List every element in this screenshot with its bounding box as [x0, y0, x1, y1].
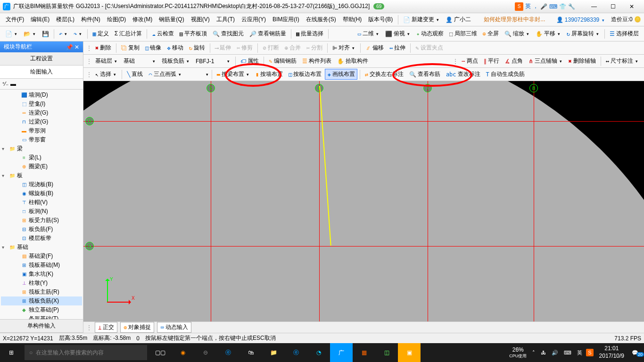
help-link[interactable]: 如何处理异形柱中非封... [484, 16, 545, 24]
user-button[interactable]: 👤 13907298339 ▾ [556, 16, 605, 23]
owner-button[interactable]: 👤广小二 [443, 14, 473, 25]
top-view-button[interactable]: ⬛俯视▾ [383, 28, 413, 39]
delete-axis-button[interactable]: ✖删除辅轴 [566, 56, 598, 66]
merge-button[interactable]: ⊕合并 [282, 42, 303, 53]
fullscreen-button[interactable]: ⊕全屏 [480, 28, 501, 39]
menu-edit[interactable]: 编辑(E) [28, 14, 52, 25]
menu-component[interactable]: 构件(N) [78, 14, 103, 25]
mic-icon[interactable]: 🎤 [540, 3, 547, 10]
task-view-button[interactable]: ▢▢ [149, 343, 172, 362]
tree-item-5[interactable]: ▭带形窗 [1, 135, 82, 144]
cortana-search[interactable]: ○ 在这里输入你要搜索的内容 [25, 345, 147, 360]
edit-rebar-button[interactable]: ✎编辑钢筋 [266, 56, 298, 66]
auto-negative-button[interactable]: T自动生成负筋 [484, 69, 527, 80]
menu-draw[interactable]: 绘图(D) [104, 14, 129, 25]
view-rebar-button[interactable]: 🔎查看钢筋量 [247, 28, 289, 39]
sum-button[interactable]: Σ 汇总计算 [112, 28, 145, 39]
line-tool[interactable]: ╲直线 [124, 69, 145, 80]
select-floor-button[interactable]: ☰选择楼层 [607, 28, 641, 39]
category-select[interactable]: 基础 ▾ [121, 56, 158, 66]
app2-icon[interactable]: ⊖ [194, 343, 217, 362]
level-top-button[interactable]: ▤平齐板顶 [177, 28, 209, 39]
set-grip-button[interactable]: ✎设置夹点 [413, 42, 445, 53]
tab-project-settings[interactable]: 工程设置 [0, 52, 83, 66]
tab-draw-input[interactable]: 绘图输入 [0, 66, 83, 79]
floor-select[interactable]: 基础层 ▾ [93, 56, 120, 66]
app3-icon[interactable]: ◔ [307, 343, 330, 362]
by-beam-button[interactable]: ▬按梁布置▾ [215, 69, 252, 80]
copy-button[interactable]: ⿻复制 [119, 42, 142, 53]
component-list-button[interactable]: ☰构件列表 [300, 56, 334, 66]
component-select[interactable]: FBFJ-1 ▾ [193, 57, 233, 66]
ime-lang[interactable]: 英 [525, 2, 531, 10]
three-axis-button[interactable]: ⋔三点辅轴▾ [526, 56, 565, 66]
split-button[interactable]: ✂分割 [304, 42, 325, 53]
maximize-button[interactable]: ☐ [603, 1, 622, 12]
batch-select-button[interactable]: ▦批量选择 [294, 28, 326, 39]
tray-up-icon[interactable]: ˄ [530, 350, 537, 356]
app1-icon[interactable]: ◉ [172, 343, 194, 362]
app5-icon[interactable]: ◫ [375, 343, 398, 362]
tree-item-11[interactable]: ◉螺旋板(B) [1, 189, 82, 198]
delete-button[interactable]: ✖删除 [93, 42, 114, 53]
dimension-button[interactable]: ↔尺寸标注▾ [603, 56, 641, 66]
start-button[interactable]: ⊞ [0, 343, 23, 362]
cloud-check-button[interactable]: ☁云检查 [149, 28, 176, 39]
clock[interactable]: 21:01 2017/10/9 [595, 345, 628, 360]
tree-item-10[interactable]: ◫现浇板(B) [1, 180, 82, 189]
zoom-button[interactable]: 🔍缩放▾ [502, 28, 532, 39]
skin-icon[interactable]: 👕 [559, 3, 566, 10]
tree-item-6[interactable]: ▾📁梁 [1, 144, 82, 153]
screen-rotate-button[interactable]: ↻屏幕旋转▾ [564, 28, 602, 39]
properties-button[interactable]: 🏷属性 [238, 56, 261, 66]
tree-item-7[interactable]: ≡梁(L) [1, 153, 82, 162]
new-change-button[interactable]: 📄新建变更▾ [401, 14, 442, 25]
menu-floor[interactable]: 楼层(L) [53, 14, 77, 25]
swap-lr-button[interactable]: ⇄交换左右标注 [363, 69, 406, 80]
menu-file[interactable]: 文件(F) [3, 14, 27, 25]
new-file-button[interactable]: 📄▾ [3, 29, 20, 39]
keyboard-icon[interactable]: ⌨ [562, 350, 573, 356]
corner-button[interactable]: ∡点角 [503, 56, 525, 66]
rotate-button[interactable]: ↻旋转 [187, 42, 207, 53]
define-button[interactable]: ▦定义 [90, 28, 111, 39]
close-button[interactable]: ✕ [622, 1, 641, 12]
mirror-button[interactable]: ◫镜像 [143, 42, 164, 53]
tree-item-21[interactable]: ⊥柱墩(Y) [1, 279, 82, 288]
tree-item-14[interactable]: ⊞板受力筋(S) [1, 216, 82, 225]
save-button[interactable]: 💾 [40, 29, 51, 39]
by-wall-button[interactable]: ▮按墙布置 [253, 69, 285, 80]
break-button[interactable]: ⊘打断 [260, 42, 281, 53]
explorer-icon[interactable]: 📁 [262, 343, 285, 362]
tree-item-8[interactable]: ⊕圈梁(E) [1, 162, 82, 171]
local-3d-button[interactable]: ⬚局部三维 [447, 28, 479, 39]
wrench-icon[interactable]: 🔧 [568, 3, 575, 10]
menu-cloud[interactable]: 云应用(Y) [239, 14, 269, 25]
subcategory-select[interactable]: 筏板负筋 ▾ [159, 56, 192, 66]
tree-item-13[interactable]: □板洞(N) [1, 207, 82, 216]
trim-button[interactable]: ✂修剪 [234, 42, 255, 53]
ime-logo-icon[interactable]: S [515, 2, 523, 11]
view-layout-button[interactable]: 🔍查看布筋 [407, 69, 443, 80]
tree-item-20[interactable]: ▣集水坑(K) [1, 270, 82, 279]
sogou-tray-icon[interactable]: S [586, 349, 593, 356]
network-icon[interactable]: 🖧 [539, 350, 548, 355]
by-edge-button[interactable]: ◫按板边布置 [286, 69, 324, 80]
tree-item-4[interactable]: ▬带形洞 [1, 126, 82, 135]
draw-line-layout-button[interactable]: ✚画线布置 [325, 69, 357, 80]
tree-item-16[interactable]: ⊡楼层板带 [1, 234, 82, 243]
notifications-icon[interactable]: 💬20 [630, 350, 640, 356]
tree-item-9[interactable]: ▾📁板 [1, 171, 82, 180]
ortho-toggle[interactable]: ⊥正交 [95, 322, 117, 333]
menu-bim[interactable]: BIM应用(I) [270, 14, 302, 25]
collapse-icon[interactable]: ▬ [10, 81, 16, 87]
undo-button[interactable]: ↶▾ [57, 29, 70, 39]
menu-view[interactable]: 视图(V) [188, 14, 213, 25]
tree-item-15[interactable]: ⊟板负筋(F) [1, 225, 82, 234]
tree-item-23[interactable]: ⊞筏板负筋(X) [1, 296, 82, 305]
parallel-button[interactable]: ∥平行 [481, 56, 502, 66]
view-2d-button[interactable]: ▭二维▾ [355, 28, 382, 39]
tree-item-3[interactable]: ⊓过梁(G) [1, 117, 82, 126]
select-tool[interactable]: ↖选择▾ [93, 69, 119, 80]
tree-item-24[interactable]: ◆独立基础(P) [1, 305, 82, 314]
